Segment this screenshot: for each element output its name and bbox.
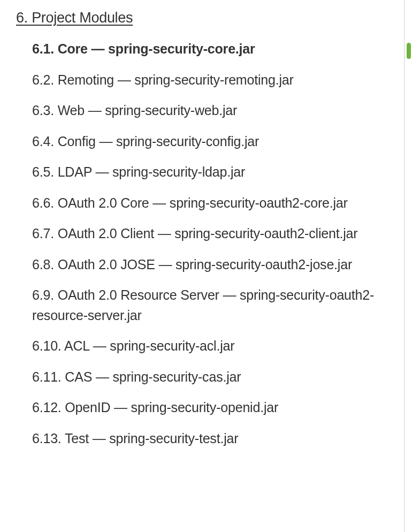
toc-item-number: 6.10.: [32, 338, 62, 353]
toc-item-label: Core — spring-security-core.jar: [54, 41, 255, 56]
toc-item-label: Test — spring-security-test.jar: [62, 431, 239, 446]
toc-item-number: 6.9.: [32, 287, 54, 302]
toc-item[interactable]: 6.3. Web — spring-security-web.jar: [32, 101, 387, 121]
toc-item-label: Web — spring-security-web.jar: [54, 103, 237, 118]
toc-item-label: OAuth 2.0 Client — spring-security-oauth…: [54, 226, 357, 241]
toc-item-label: ACL — spring-security-acl.jar: [62, 338, 235, 353]
toc-item[interactable]: 6.1. Core — spring-security-core.jar: [32, 39, 387, 59]
toc-item-number: 6.3.: [32, 103, 54, 118]
toc-item[interactable]: 6.13. Test — spring-security-test.jar: [32, 429, 387, 449]
toc-item[interactable]: 6.7. OAuth 2.0 Client — spring-security-…: [32, 224, 387, 244]
section-number: 6.: [16, 10, 28, 26]
toc-item-label: Remoting — spring-security-remoting.jar: [54, 72, 294, 87]
toc-item-label: OpenID — spring-security-openid.jar: [62, 400, 278, 415]
right-border: [404, 0, 405, 532]
toc-item-number: 6.6.: [32, 195, 54, 210]
section-heading[interactable]: 6. Project Modules: [16, 10, 387, 26]
toc-item-label: OAuth 2.0 JOSE — spring-security-oauth2-…: [54, 257, 352, 272]
toc-item-number: 6.13.: [32, 431, 62, 446]
toc-item[interactable]: 6.8. OAuth 2.0 JOSE — spring-security-oa…: [32, 255, 387, 275]
toc-item-number: 6.2.: [32, 72, 54, 87]
toc-container: 6. Project Modules 6.1. Core — spring-se…: [0, 0, 403, 470]
toc-item-number: 6.7.: [32, 226, 54, 241]
toc-item[interactable]: 6.12. OpenID — spring-security-openid.ja…: [32, 398, 387, 418]
toc-item-number: 6.1.: [32, 41, 54, 56]
toc-item[interactable]: 6.2. Remoting — spring-security-remoting…: [32, 70, 387, 90]
toc-item-label: OAuth 2.0 Core — spring-security-oauth2-…: [54, 195, 348, 210]
toc-item[interactable]: 6.11. CAS — spring-security-cas.jar: [32, 367, 387, 387]
toc-item-number: 6.11.: [32, 369, 62, 384]
toc-item[interactable]: 6.6. OAuth 2.0 Core — spring-security-oa…: [32, 193, 387, 214]
toc-item[interactable]: 6.5. LDAP — spring-security-ldap.jar: [32, 162, 387, 183]
toc-item[interactable]: 6.4. Config — spring-security-config.jar: [32, 132, 387, 152]
toc-item-number: 6.8.: [32, 257, 54, 272]
toc-item-number: 6.4.: [32, 134, 54, 149]
toc-item-label: LDAP — spring-security-ldap.jar: [54, 164, 245, 179]
section-title: Project Modules: [32, 10, 133, 26]
scroll-indicator[interactable]: [407, 43, 411, 59]
toc-item[interactable]: 6.9. OAuth 2.0 Resource Server — spring-…: [32, 285, 387, 325]
toc-item-number: 6.5.: [32, 164, 54, 179]
toc-item-label: Config — spring-security-config.jar: [54, 134, 259, 149]
toc-item-label: OAuth 2.0 Resource Server — spring-secur…: [32, 287, 374, 323]
toc-item[interactable]: 6.10. ACL — spring-security-acl.jar: [32, 336, 387, 356]
toc-item-label: CAS — spring-security-cas.jar: [62, 369, 241, 384]
toc-list: 6.1. Core — spring-security-core.jar6.2.…: [16, 39, 387, 449]
toc-item-number: 6.12.: [32, 400, 62, 415]
